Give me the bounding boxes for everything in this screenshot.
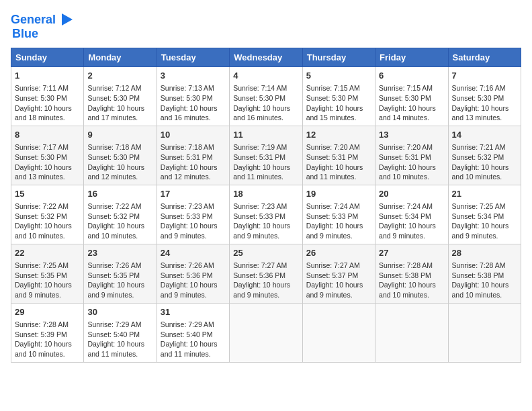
day-info-line: and 9 minutes. bbox=[15, 290, 80, 300]
day-info-line: Sunset: 5:40 PM bbox=[87, 330, 152, 340]
day-info-line: and 10 minutes. bbox=[452, 172, 517, 182]
day-info-line: Sunrise: 7:29 AM bbox=[87, 320, 152, 330]
calendar-cell: 8Sunrise: 7:17 AMSunset: 5:30 PMDaylight… bbox=[11, 126, 84, 185]
day-number: 6 bbox=[379, 70, 444, 82]
day-info-line: and 10 minutes. bbox=[15, 231, 80, 241]
calendar-body: 1Sunrise: 7:11 AMSunset: 5:30 PMDaylight… bbox=[11, 67, 521, 363]
day-info-line: Daylight: 10 hours bbox=[161, 339, 226, 349]
day-number: 14 bbox=[452, 129, 517, 141]
weekday-header-tuesday: Tuesday bbox=[157, 48, 229, 67]
day-number: 22 bbox=[15, 247, 80, 259]
day-info-line: Sunrise: 7:12 AM bbox=[87, 83, 152, 93]
calendar-cell: 21Sunrise: 7:25 AMSunset: 5:34 PMDayligh… bbox=[448, 185, 521, 244]
day-info-line: Sunrise: 7:27 AM bbox=[306, 261, 371, 271]
day-info-line: Sunrise: 7:16 AM bbox=[452, 83, 517, 93]
day-info-line: and 10 minutes. bbox=[15, 349, 80, 359]
day-info-line: Daylight: 10 hours bbox=[233, 163, 298, 173]
day-info-line: and 11 minutes. bbox=[161, 349, 226, 359]
day-info-line: and 10 minutes. bbox=[379, 290, 444, 300]
calendar-cell: 7Sunrise: 7:16 AMSunset: 5:30 PMDaylight… bbox=[448, 67, 521, 126]
calendar-cell: 11Sunrise: 7:19 AMSunset: 5:31 PMDayligh… bbox=[230, 126, 302, 185]
day-info-line: Daylight: 10 hours bbox=[15, 221, 80, 231]
day-info-line: Daylight: 10 hours bbox=[161, 221, 226, 231]
day-info-line: Sunrise: 7:14 AM bbox=[233, 83, 298, 93]
day-info-line: Sunrise: 7:17 AM bbox=[15, 142, 80, 152]
day-info-line: Sunrise: 7:21 AM bbox=[452, 142, 517, 152]
day-info-line: Daylight: 10 hours bbox=[87, 339, 152, 349]
day-info-line: Daylight: 10 hours bbox=[233, 221, 298, 231]
day-info-line: and 9 minutes. bbox=[233, 290, 298, 300]
day-info-line: Sunrise: 7:29 AM bbox=[161, 320, 226, 330]
day-info-line: and 9 minutes. bbox=[87, 290, 152, 300]
day-number: 30 bbox=[87, 306, 152, 318]
day-info-line: and 10 minutes. bbox=[452, 290, 517, 300]
calendar-cell: 10Sunrise: 7:18 AMSunset: 5:31 PMDayligh… bbox=[157, 126, 229, 185]
calendar-cell: 19Sunrise: 7:24 AMSunset: 5:33 PMDayligh… bbox=[302, 185, 375, 244]
day-info-line: and 12 minutes. bbox=[161, 172, 226, 182]
day-info-line: Sunset: 5:33 PM bbox=[233, 212, 298, 222]
day-info-line: Sunrise: 7:26 AM bbox=[161, 261, 226, 271]
day-info-line: Daylight: 10 hours bbox=[379, 163, 444, 173]
day-number: 24 bbox=[161, 247, 226, 259]
day-info-line: Daylight: 10 hours bbox=[379, 103, 444, 113]
logo: General Blue bbox=[11, 11, 74, 41]
day-info-line: Sunset: 5:36 PM bbox=[233, 271, 298, 281]
day-number: 16 bbox=[87, 188, 152, 200]
calendar-cell: 23Sunrise: 7:26 AMSunset: 5:35 PMDayligh… bbox=[84, 244, 157, 303]
day-info-line: Daylight: 10 hours bbox=[452, 103, 517, 113]
day-info-line: Sunset: 5:32 PM bbox=[15, 212, 80, 222]
calendar-cell: 26Sunrise: 7:27 AMSunset: 5:37 PMDayligh… bbox=[302, 244, 375, 303]
day-number: 11 bbox=[233, 129, 298, 141]
day-info-line: Sunset: 5:30 PM bbox=[306, 93, 371, 103]
day-info-line: Sunrise: 7:20 AM bbox=[306, 142, 371, 152]
calendar-cell: 20Sunrise: 7:24 AMSunset: 5:34 PMDayligh… bbox=[375, 185, 448, 244]
day-number: 15 bbox=[15, 188, 80, 200]
day-number: 17 bbox=[161, 188, 226, 200]
day-info-line: Daylight: 10 hours bbox=[87, 221, 152, 231]
day-info-line: Daylight: 10 hours bbox=[379, 280, 444, 290]
day-info-line: Daylight: 10 hours bbox=[161, 103, 226, 113]
day-info-line: Sunset: 5:38 PM bbox=[379, 271, 444, 281]
day-info-line: Sunrise: 7:18 AM bbox=[161, 142, 226, 152]
day-info-line: Sunrise: 7:22 AM bbox=[87, 201, 152, 212]
calendar-cell: 15Sunrise: 7:22 AMSunset: 5:32 PMDayligh… bbox=[11, 185, 84, 244]
calendar-cell: 14Sunrise: 7:21 AMSunset: 5:32 PMDayligh… bbox=[448, 126, 521, 185]
day-info-line: Sunrise: 7:15 AM bbox=[306, 83, 371, 93]
day-info-line: and 11 minutes. bbox=[87, 349, 152, 359]
day-number: 2 bbox=[87, 70, 152, 82]
day-number: 23 bbox=[87, 247, 152, 259]
day-info-line: Sunset: 5:33 PM bbox=[161, 212, 226, 222]
day-info-line: Sunset: 5:32 PM bbox=[87, 212, 152, 222]
day-number: 20 bbox=[379, 188, 444, 200]
day-info-line: Sunset: 5:38 PM bbox=[452, 271, 517, 281]
calendar-header-row: SundayMondayTuesdayWednesdayThursdayFrid… bbox=[11, 48, 521, 67]
day-number: 10 bbox=[161, 129, 226, 141]
day-info-line: Daylight: 10 hours bbox=[161, 280, 226, 290]
calendar-cell bbox=[375, 303, 448, 362]
calendar-cell: 3Sunrise: 7:13 AMSunset: 5:30 PMDaylight… bbox=[157, 67, 229, 126]
day-info-line: Sunset: 5:33 PM bbox=[306, 212, 371, 222]
day-info-line: Daylight: 10 hours bbox=[87, 280, 152, 290]
calendar-week-row: 8Sunrise: 7:17 AMSunset: 5:30 PMDaylight… bbox=[11, 126, 521, 185]
day-info-line: Sunrise: 7:20 AM bbox=[379, 142, 444, 152]
calendar-cell: 24Sunrise: 7:26 AMSunset: 5:36 PMDayligh… bbox=[157, 244, 229, 303]
day-info-line: Sunset: 5:30 PM bbox=[452, 93, 517, 103]
day-info-line: and 17 minutes. bbox=[87, 113, 152, 123]
calendar-cell: 12Sunrise: 7:20 AMSunset: 5:31 PMDayligh… bbox=[302, 126, 375, 185]
day-info-line: Sunrise: 7:23 AM bbox=[161, 201, 226, 212]
day-info-line: Sunset: 5:30 PM bbox=[15, 93, 80, 103]
calendar-week-row: 15Sunrise: 7:22 AMSunset: 5:32 PMDayligh… bbox=[11, 185, 521, 244]
day-info-line: Sunset: 5:40 PM bbox=[161, 330, 226, 340]
day-info-line: Sunrise: 7:28 AM bbox=[379, 261, 444, 271]
day-info-line: Daylight: 10 hours bbox=[15, 280, 80, 290]
weekday-header-saturday: Saturday bbox=[448, 48, 521, 67]
calendar-cell: 2Sunrise: 7:12 AMSunset: 5:30 PMDaylight… bbox=[84, 67, 157, 126]
weekday-header-thursday: Thursday bbox=[302, 48, 375, 67]
day-info-line: Sunset: 5:30 PM bbox=[161, 93, 226, 103]
day-number: 31 bbox=[161, 306, 226, 318]
day-info-line: Sunset: 5:37 PM bbox=[306, 271, 371, 281]
day-number: 19 bbox=[306, 188, 371, 200]
weekday-header-wednesday: Wednesday bbox=[230, 48, 302, 67]
day-info-line: Sunset: 5:30 PM bbox=[87, 152, 152, 163]
day-info-line: and 11 minutes. bbox=[306, 172, 371, 182]
